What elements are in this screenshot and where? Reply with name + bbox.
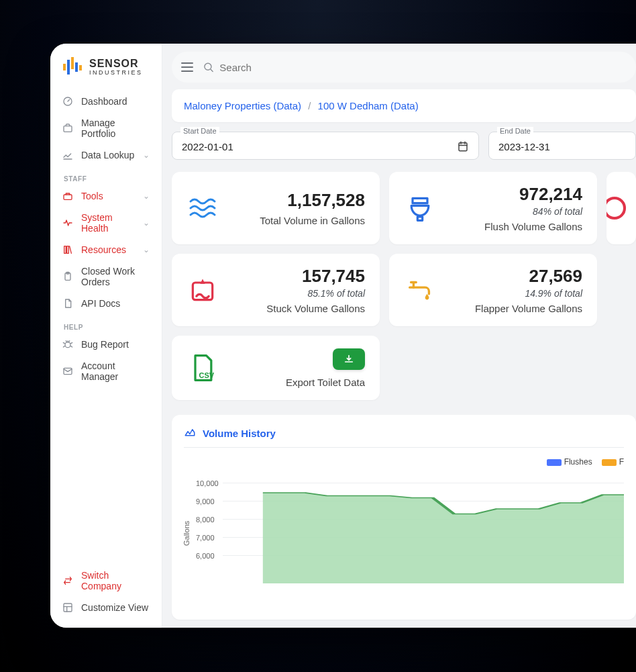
sidebar-item-closed-work-orders[interactable]: Closed Work Orders: [56, 260, 156, 293]
sidebar-item-label: Data Lookup: [81, 150, 134, 160]
ytick: 9,000: [196, 497, 215, 506]
search-wrap: [203, 61, 627, 73]
legend-item-truncated: F: [602, 457, 624, 467]
stat-card-stuck-volume: 157,745 85.1% of total Stuck Volume Gall…: [172, 254, 380, 326]
stat-cards-row1: 1,157,528 Total Volume in Gallons 972,21…: [172, 172, 636, 244]
y-axis-title: Gallons: [182, 521, 191, 546]
export-download-button[interactable]: [333, 348, 365, 370]
stuck-icon: [187, 274, 219, 306]
library-icon: [62, 244, 73, 255]
svg-rect-3: [75, 62, 78, 72]
breadcrumb-property[interactable]: 100 W Dedham (Data): [318, 100, 419, 111]
toolbox-icon: [62, 191, 73, 201]
svg-rect-1: [67, 60, 70, 75]
heartbeat-icon: [62, 218, 73, 228]
brand-sub: INDUSTRIES: [89, 69, 143, 76]
ytick: 10,000: [196, 479, 219, 487]
search-input[interactable]: [219, 62, 627, 73]
sidebar-item-resources[interactable]: Resources ⌄: [56, 239, 156, 260]
search-icon: [203, 61, 214, 73]
sidebar-item-switch-company[interactable]: Switch Company: [56, 565, 156, 597]
sidebar-footer: Switch Company Customize View: [50, 561, 162, 628]
export-row: CSV Export Toilet Data: [172, 336, 636, 400]
brand-logo: SENSOR INDUSTRIES: [50, 44, 162, 88]
sidebar: SENSOR INDUSTRIES Dashboard Manage Portf…: [50, 44, 162, 628]
svg-point-15: [205, 63, 211, 70]
date-filters: Start Date End Date: [172, 132, 636, 160]
svg-text:CSV: CSV: [199, 371, 215, 379]
svg-rect-2: [71, 57, 74, 69]
sidebar-item-tools[interactable]: Tools ⌄: [56, 185, 156, 207]
stat-label: Flapper Volume Gallons: [448, 303, 582, 314]
sidebar-item-label: Manage Portfolio: [81, 117, 150, 139]
download-icon: [343, 354, 354, 365]
topbar: [172, 52, 636, 83]
sidebar-item-label: Tools: [81, 191, 103, 201]
swap-icon: [62, 575, 73, 586]
breadcrumb-company[interactable]: Maloney Properties (Data): [184, 100, 301, 111]
chevron-down-icon: ⌄: [143, 150, 150, 160]
brand-name: SENSOR: [89, 58, 143, 69]
brand-logo-icon: [61, 56, 84, 79]
volume-history-chart: Flushes F Gallons 10,000 9,000 8,000 7,0…: [184, 483, 624, 610]
svg-point-17: [606, 198, 625, 218]
chart-legend: Flushes F: [547, 457, 624, 467]
chevron-down-icon: ⌄: [143, 218, 150, 228]
bug-icon: [62, 339, 73, 350]
stat-label: Stuck Volume Gallons: [231, 303, 365, 314]
svg-rect-8: [64, 246, 66, 254]
end-date-input[interactable]: [498, 141, 626, 152]
breadcrumb: Maloney Properties (Data) / 100 W Dedham…: [172, 89, 636, 122]
gauge-icon: [62, 96, 73, 107]
svg-point-12: [65, 342, 70, 348]
stat-pct: 85.1% of total: [231, 288, 365, 299]
clipboard-icon: [62, 271, 73, 282]
sidebar-item-system-health[interactable]: System Health ⌄: [56, 207, 156, 239]
sidebar-item-label: Closed Work Orders: [81, 266, 150, 287]
panel-title: Volume History: [203, 428, 276, 439]
sidebar-item-label: Dashboard: [81, 96, 127, 107]
svg-rect-7: [64, 195, 72, 199]
layout-icon: [62, 602, 73, 613]
svg-rect-14: [64, 604, 72, 612]
start-date-input[interactable]: [182, 141, 457, 152]
svg-rect-6: [64, 126, 72, 132]
stat-card-truncated: [606, 172, 636, 244]
ytick: 6,000: [196, 552, 215, 560]
sidebar-item-dashboard[interactable]: Dashboard: [56, 91, 156, 112]
ytick: 8,000: [196, 516, 215, 524]
sidebar-item-manage-portfolio[interactable]: Manage Portfolio: [56, 112, 156, 144]
end-date-label: End Date: [497, 127, 533, 135]
faucet-icon: [404, 274, 436, 306]
sidebar-item-api-docs[interactable]: API Docs: [56, 293, 156, 314]
sidebar-item-label: Resources: [81, 244, 126, 255]
toilet-icon: [404, 192, 436, 224]
export-label: Export Toilet Data: [286, 377, 365, 388]
end-date-field[interactable]: End Date: [488, 132, 636, 160]
start-date-field[interactable]: Start Date: [172, 132, 479, 160]
ytick: 7,000: [196, 534, 215, 542]
panel-header: Volume History: [184, 427, 624, 448]
mail-icon: [62, 366, 73, 377]
stat-value: 157,745: [231, 266, 365, 287]
legend-item-flushes: Flushes: [547, 457, 592, 467]
hamburger-icon[interactable]: [181, 62, 193, 72]
stat-label: Flush Volume Gallons: [448, 221, 582, 232]
sidebar-item-label: Switch Company: [81, 570, 150, 591]
warning-icon: [606, 192, 628, 224]
briefcase-icon: [62, 123, 73, 134]
doc-icon: [62, 298, 73, 309]
sidebar-item-customize-view[interactable]: Customize View: [56, 597, 156, 618]
stat-card-flapper-volume: 27,569 14.9% of total Flapper Volume Gal…: [389, 254, 597, 326]
sidebar-item-label: System Health: [81, 212, 135, 234]
sidebar-item-account-manager[interactable]: Account Manager: [56, 355, 156, 387]
sidebar-item-data-lookup[interactable]: Data Lookup ⌄: [56, 144, 156, 166]
stat-pct: 84% of total: [448, 206, 582, 217]
stat-value: 1,157,528: [231, 190, 365, 211]
sidebar-item-bug-report[interactable]: Bug Report: [56, 334, 156, 355]
stat-value: 27,569: [448, 266, 582, 287]
stat-pct: 14.9% of total: [448, 288, 582, 299]
stat-card-flush-volume: 972,214 84% of total Flush Volume Gallon…: [389, 172, 597, 244]
volume-history-panel: Volume History Flushes F Gallons 10,000 …: [172, 415, 636, 620]
calendar-icon: [457, 140, 469, 152]
